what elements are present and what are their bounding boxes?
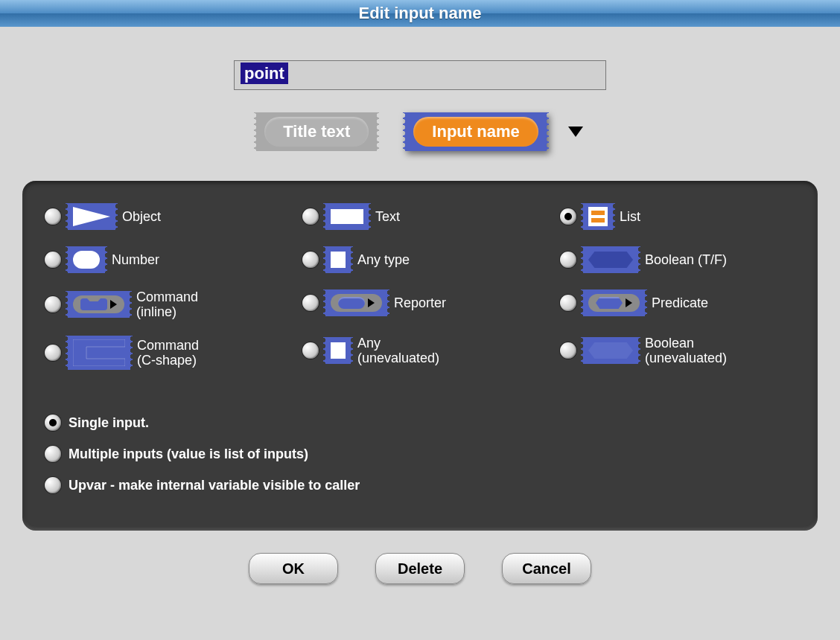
any-uneval-icon: [326, 337, 350, 364]
reporter-icon: [326, 289, 386, 316]
mode-title-text[interactable]: Title text: [257, 112, 376, 151]
type-predicate[interactable]: Predicate: [560, 289, 795, 316]
radio-icon: [302, 208, 319, 225]
radio-icon: [302, 252, 319, 268]
arity-multiple[interactable]: Multiple inputs (value is list of inputs…: [45, 446, 795, 462]
type-label: Boolean (unevaluated): [645, 336, 727, 365]
cancel-button[interactable]: Cancel: [502, 553, 591, 584]
radio-icon: [560, 295, 576, 311]
type-list[interactable]: List: [560, 203, 795, 230]
radio-icon: [45, 296, 61, 313]
type-reporter[interactable]: Reporter: [302, 289, 538, 316]
type-label: List: [620, 209, 640, 224]
type-command-cshape[interactable]: Command (C-shape): [45, 336, 280, 370]
radio-icon: [45, 208, 61, 225]
mode-input-name[interactable]: Input name: [406, 112, 545, 151]
delete-button[interactable]: Delete: [375, 553, 465, 584]
object-icon: [69, 203, 115, 230]
radio-icon: [45, 446, 61, 462]
ok-button[interactable]: OK: [249, 553, 338, 584]
type-label: Number: [112, 252, 159, 267]
radio-icon: [302, 295, 319, 311]
command-inline-icon: [69, 291, 129, 318]
type-label: Command (C-shape): [137, 338, 199, 368]
type-label: Any type: [357, 252, 410, 267]
radio-icon: [45, 477, 61, 493]
number-icon: [69, 246, 104, 273]
anytype-icon: [326, 246, 350, 273]
dialog-title: Edit input name: [0, 0, 840, 27]
type-boolean-unevaluated[interactable]: Boolean (unevaluated): [560, 336, 795, 365]
types-panel: Object Text List: [22, 181, 818, 531]
boolean-icon: [584, 246, 637, 273]
type-any-unevaluated[interactable]: Any (unevaluated): [302, 336, 538, 365]
input-name-value: point: [241, 63, 288, 84]
play-icon: [110, 300, 117, 309]
radio-icon: [302, 342, 319, 359]
arity-upvar[interactable]: Upvar - make internal variable visible t…: [45, 477, 795, 493]
command-cshape-icon: [69, 336, 130, 370]
type-label: Command (inline): [136, 289, 198, 319]
radio-icon: [45, 252, 61, 268]
play-icon: [626, 298, 632, 307]
predicate-icon: [584, 289, 644, 316]
type-label: Object: [122, 209, 161, 224]
type-label: Reporter: [394, 295, 446, 310]
bool-uneval-icon: [584, 337, 637, 364]
radio-icon: [45, 415, 61, 431]
mode-title-text-label: Title text: [264, 117, 369, 147]
mode-input-name-label: Input name: [413, 117, 538, 147]
arity-label: Single input.: [69, 415, 149, 430]
radio-icon: [560, 252, 576, 268]
type-object[interactable]: Object: [45, 203, 280, 230]
text-icon: [326, 203, 368, 230]
list-icon: [584, 203, 612, 230]
radio-icon: [45, 345, 61, 361]
type-text[interactable]: Text: [302, 203, 538, 230]
input-name-field[interactable]: point: [234, 60, 606, 90]
expand-icon[interactable]: [568, 127, 583, 137]
type-label: Predicate: [652, 295, 708, 310]
play-icon: [368, 298, 375, 307]
type-label: Boolean (T/F): [645, 252, 727, 267]
type-number[interactable]: Number: [45, 246, 280, 273]
type-anytype[interactable]: Any type: [302, 246, 538, 273]
arity-single[interactable]: Single input.: [45, 415, 795, 431]
type-boolean[interactable]: Boolean (T/F): [560, 246, 795, 273]
radio-icon: [560, 342, 576, 359]
svg-marker-0: [73, 207, 110, 226]
type-label: Text: [375, 209, 400, 224]
radio-icon: [560, 208, 576, 225]
arity-label: Upvar - make internal variable visible t…: [69, 478, 360, 493]
arity-label: Multiple inputs (value is list of inputs…: [69, 447, 308, 461]
type-label: Any (unevaluated): [357, 336, 439, 365]
type-command-inline[interactable]: Command (inline): [45, 289, 280, 319]
